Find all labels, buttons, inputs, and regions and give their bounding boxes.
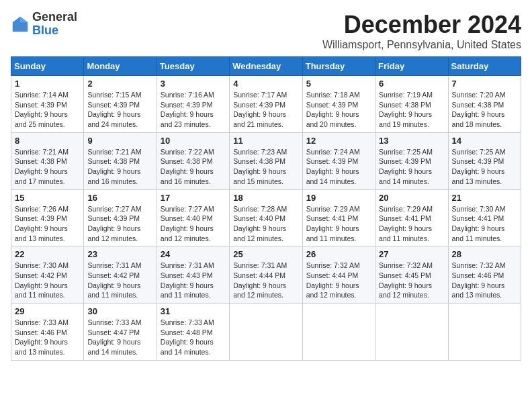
day-info: Sunrise: 7:29 AMSunset: 4:41 PMDaylight:… [379,204,444,244]
calendar-cell: 6Sunrise: 7:19 AMSunset: 4:38 PMDaylight… [375,76,448,133]
day-info: Sunrise: 7:27 AMSunset: 4:40 PMDaylight:… [161,204,226,244]
day-number: 16 [87,193,152,203]
day-info: Sunrise: 7:21 AMSunset: 4:38 PMDaylight:… [87,147,152,187]
calendar-week-row: 22Sunrise: 7:30 AMSunset: 4:42 PMDayligh… [11,246,521,304]
day-number: 31 [161,306,226,316]
calendar-cell: 30Sunrise: 7:33 AMSunset: 4:47 PMDayligh… [84,304,157,361]
day-number: 3 [161,79,226,89]
calendar-cell: 10Sunrise: 7:22 AMSunset: 4:38 PMDayligh… [157,132,229,189]
day-info: Sunrise: 7:15 AMSunset: 4:39 PMDaylight:… [87,90,152,130]
day-number: 17 [161,193,226,203]
day-info: Sunrise: 7:33 AMSunset: 4:46 PMDaylight:… [15,318,80,357]
calendar-cell: 21Sunrise: 7:30 AMSunset: 4:41 PMDayligh… [448,189,521,246]
day-header: Tuesday [157,57,229,76]
day-header: Thursday [302,57,375,76]
day-number: 26 [306,249,371,259]
day-info: Sunrise: 7:27 AMSunset: 4:39 PMDaylight:… [87,204,152,244]
calendar-cell: 9Sunrise: 7:21 AMSunset: 4:38 PMDaylight… [84,132,157,189]
day-number: 29 [15,306,80,316]
day-number: 24 [161,249,226,259]
calendar-cell: 31Sunrise: 7:33 AMSunset: 4:48 PMDayligh… [157,304,229,361]
day-header: Sunday [11,57,84,76]
calendar-cell: 18Sunrise: 7:28 AMSunset: 4:40 PMDayligh… [230,189,302,246]
day-header: Wednesday [230,57,302,76]
day-info: Sunrise: 7:33 AMSunset: 4:48 PMDaylight:… [161,318,226,357]
calendar-cell: 27Sunrise: 7:32 AMSunset: 4:45 PMDayligh… [375,246,448,304]
calendar-week-row: 1Sunrise: 7:14 AMSunset: 4:39 PMDaylight… [11,76,521,133]
day-number: 4 [233,79,298,89]
day-header: Monday [84,57,157,76]
day-info: Sunrise: 7:18 AMSunset: 4:39 PMDaylight:… [306,90,371,130]
day-info: Sunrise: 7:23 AMSunset: 4:38 PMDaylight:… [233,147,298,187]
logo-text: General Blue [32,11,77,38]
calendar-cell: 1Sunrise: 7:14 AMSunset: 4:39 PMDaylight… [11,76,84,133]
calendar-cell [230,304,302,361]
day-number: 9 [87,136,152,146]
day-info: Sunrise: 7:32 AMSunset: 4:46 PMDaylight:… [452,261,517,300]
calendar-cell [448,304,521,361]
day-info: Sunrise: 7:33 AMSunset: 4:47 PMDaylight:… [87,318,152,357]
day-info: Sunrise: 7:31 AMSunset: 4:43 PMDaylight:… [161,261,226,300]
logo-icon [11,15,30,34]
calendar-cell: 11Sunrise: 7:23 AMSunset: 4:38 PMDayligh… [230,132,302,189]
day-number: 13 [379,136,444,146]
day-info: Sunrise: 7:29 AMSunset: 4:41 PMDaylight:… [306,204,371,244]
day-info: Sunrise: 7:30 AMSunset: 4:41 PMDaylight:… [452,204,517,244]
day-number: 5 [306,79,371,89]
day-info: Sunrise: 7:30 AMSunset: 4:42 PMDaylight:… [15,261,80,300]
calendar-cell: 24Sunrise: 7:31 AMSunset: 4:43 PMDayligh… [157,246,229,304]
logo: General Blue [11,11,77,38]
calendar-cell: 2Sunrise: 7:15 AMSunset: 4:39 PMDaylight… [84,76,157,133]
day-number: 7 [452,79,517,89]
calendar-week-row: 29Sunrise: 7:33 AMSunset: 4:46 PMDayligh… [11,304,521,361]
day-info: Sunrise: 7:25 AMSunset: 4:39 PMDaylight:… [379,147,444,187]
day-number: 1 [15,79,80,89]
day-info: Sunrise: 7:20 AMSunset: 4:38 PMDaylight:… [452,90,517,130]
calendar-cell: 14Sunrise: 7:25 AMSunset: 4:39 PMDayligh… [448,132,521,189]
day-number: 21 [452,193,517,203]
day-number: 12 [306,136,371,146]
day-info: Sunrise: 7:24 AMSunset: 4:39 PMDaylight:… [306,147,371,187]
calendar-cell: 4Sunrise: 7:17 AMSunset: 4:39 PMDaylight… [230,76,302,133]
day-info: Sunrise: 7:28 AMSunset: 4:40 PMDaylight:… [233,204,298,244]
day-number: 18 [233,193,298,203]
calendar-header-row: SundayMondayTuesdayWednesdayThursdayFrid… [11,57,521,76]
day-info: Sunrise: 7:14 AMSunset: 4:39 PMDaylight:… [15,90,80,130]
day-number: 20 [379,193,444,203]
calendar-cell: 15Sunrise: 7:26 AMSunset: 4:39 PMDayligh… [11,189,84,246]
day-number: 8 [15,136,80,146]
day-number: 2 [87,79,152,89]
day-info: Sunrise: 7:21 AMSunset: 4:38 PMDaylight:… [15,147,80,187]
calendar-cell: 28Sunrise: 7:32 AMSunset: 4:46 PMDayligh… [448,246,521,304]
day-info: Sunrise: 7:31 AMSunset: 4:44 PMDaylight:… [233,261,298,300]
calendar-cell: 23Sunrise: 7:31 AMSunset: 4:42 PMDayligh… [84,246,157,304]
day-number: 6 [379,79,444,89]
day-header: Saturday [448,57,521,76]
calendar-cell: 29Sunrise: 7:33 AMSunset: 4:46 PMDayligh… [11,304,84,361]
calendar-cell: 7Sunrise: 7:20 AMSunset: 4:38 PMDaylight… [448,76,521,133]
calendar-table: SundayMondayTuesdayWednesdayThursdayFrid… [11,56,521,361]
calendar-cell: 17Sunrise: 7:27 AMSunset: 4:40 PMDayligh… [157,189,229,246]
day-number: 27 [379,249,444,259]
month-title: December 2024 [322,11,521,39]
day-number: 14 [452,136,517,146]
calendar-cell: 20Sunrise: 7:29 AMSunset: 4:41 PMDayligh… [375,189,448,246]
calendar-cell: 22Sunrise: 7:30 AMSunset: 4:42 PMDayligh… [11,246,84,304]
calendar-week-row: 15Sunrise: 7:26 AMSunset: 4:39 PMDayligh… [11,189,521,246]
day-number: 10 [161,136,226,146]
day-info: Sunrise: 7:32 AMSunset: 4:44 PMDaylight:… [306,261,371,300]
calendar-cell [375,304,448,361]
calendar-cell: 8Sunrise: 7:21 AMSunset: 4:38 PMDaylight… [11,132,84,189]
calendar-cell: 13Sunrise: 7:25 AMSunset: 4:39 PMDayligh… [375,132,448,189]
calendar-cell: 19Sunrise: 7:29 AMSunset: 4:41 PMDayligh… [302,189,375,246]
logo-general: General [32,11,77,24]
day-info: Sunrise: 7:32 AMSunset: 4:45 PMDaylight:… [379,261,444,300]
calendar-cell [302,304,375,361]
day-info: Sunrise: 7:25 AMSunset: 4:39 PMDaylight:… [452,147,517,187]
day-number: 23 [87,249,152,259]
day-header: Friday [375,57,448,76]
day-number: 22 [15,249,80,259]
day-info: Sunrise: 7:17 AMSunset: 4:39 PMDaylight:… [233,90,298,130]
day-number: 25 [233,249,298,259]
day-number: 30 [87,306,152,316]
